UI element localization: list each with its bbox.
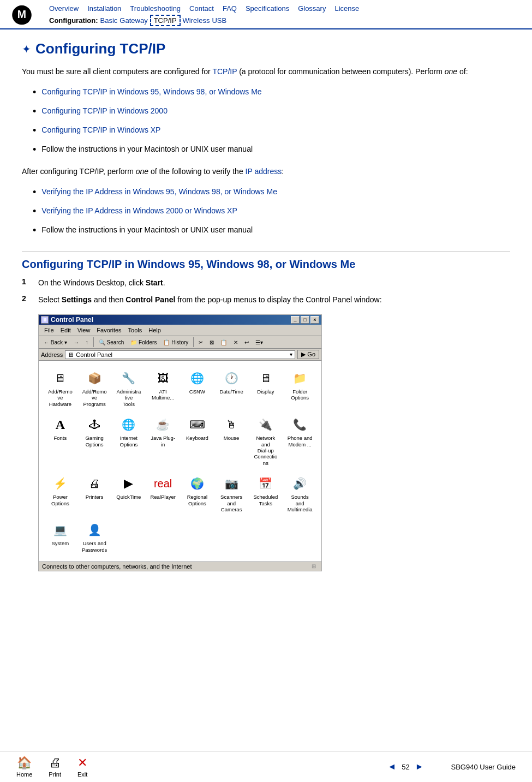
link-verify-win2000xp[interactable]: Verifying the IP Address in Windows 2000… bbox=[41, 205, 237, 217]
users-icon: 👤 bbox=[86, 521, 103, 539]
cp-icon-keyboard[interactable]: ⌨ Keyboard bbox=[182, 414, 212, 468]
up-button[interactable]: ↑ bbox=[83, 338, 91, 347]
link-win95-config[interactable]: Configuring TCP/IP in Windows 95, Window… bbox=[41, 86, 261, 98]
tab-tcpip-active[interactable]: TCP/IP bbox=[150, 15, 181, 26]
address-dropdown[interactable]: ▾ bbox=[290, 351, 292, 357]
cp-icon-mouse[interactable]: 🖱 Mouse bbox=[217, 414, 247, 468]
minimize-button[interactable]: _ bbox=[291, 316, 300, 324]
folders-button[interactable]: 📁 Folders bbox=[128, 338, 159, 347]
search-button[interactable]: 🔍 Search bbox=[96, 338, 127, 347]
undo-button[interactable]: ↩ bbox=[242, 338, 252, 347]
cp-icon-scanners[interactable]: 📷 Scanners andCameras bbox=[217, 473, 247, 515]
page-number: 52 bbox=[402, 763, 409, 771]
next-page-button[interactable]: ► bbox=[415, 762, 424, 772]
cut-button[interactable]: ✂ bbox=[196, 338, 206, 347]
history-button[interactable]: 📋 History bbox=[160, 338, 191, 347]
link-verify-win95[interactable]: Verifying the IP Address in Windows 95, … bbox=[41, 186, 277, 198]
add-remove-programs-label: Add/RemovePrograms bbox=[82, 389, 107, 407]
close-button[interactable]: × bbox=[310, 316, 319, 324]
cp-icon-ati[interactable]: 🖼 ATIMultime... bbox=[148, 367, 178, 409]
link-tcpip-intro[interactable]: TCP/IP bbox=[212, 67, 237, 76]
realplayer-label: RealPlayer bbox=[150, 494, 175, 500]
nav-installation[interactable]: Installation bbox=[87, 4, 121, 13]
cp-icon-printers[interactable]: 🖨 Printers bbox=[80, 473, 110, 515]
home-button[interactable]: 🏠 Home bbox=[16, 756, 32, 778]
datetime-label: Date/Time bbox=[219, 389, 243, 395]
cp-icon-scheduled[interactable]: 📅 ScheduledTasks bbox=[251, 473, 281, 515]
fonts-label: Fonts bbox=[53, 435, 67, 441]
users-label: Users andPasswords bbox=[82, 540, 107, 553]
add-remove-programs-icon: 📦 bbox=[86, 369, 103, 387]
menu-tools[interactable]: Tools bbox=[125, 326, 146, 335]
nav-glossary[interactable]: Glossary bbox=[298, 4, 326, 13]
link-ip-address[interactable]: IP address bbox=[246, 167, 282, 176]
menu-file[interactable]: File bbox=[41, 326, 57, 335]
power-icon: ⚡ bbox=[51, 475, 69, 492]
list-item: Configuring TCP/IP in Windows 95, Window… bbox=[33, 86, 510, 100]
realplayer-icon: real bbox=[154, 475, 172, 492]
delete-button[interactable]: ✕ bbox=[231, 338, 241, 347]
link-winxp-config[interactable]: Configuring TCP/IP in Windows XP bbox=[41, 124, 160, 136]
menu-favorites[interactable]: Favorites bbox=[93, 326, 124, 335]
cp-icon-internet-options[interactable]: 🌐 InternetOptions bbox=[114, 414, 144, 468]
win-titlebar-left: 🖥 Control Panel bbox=[41, 316, 93, 324]
win-controls: _ □ × bbox=[291, 316, 319, 324]
cp-icon-network[interactable]: 🔌 Network andDial-upConnections bbox=[251, 414, 281, 468]
top-navigation: M Overview Installation Troubleshooting … bbox=[0, 0, 532, 29]
cp-icon-add-remove-programs[interactable]: 📦 Add/RemovePrograms bbox=[80, 367, 110, 409]
sounds-icon: 🔊 bbox=[291, 475, 309, 492]
cp-icon-phone-modem[interactable]: 📞 Phone andModem ... bbox=[285, 414, 315, 468]
print-button[interactable]: 🖨 Print bbox=[49, 756, 61, 778]
guide-title: SBG940 User Guide bbox=[451, 763, 516, 771]
nav-faq[interactable]: FAQ bbox=[223, 4, 237, 13]
menu-help[interactable]: Help bbox=[145, 326, 164, 335]
views-button[interactable]: ☰▾ bbox=[253, 338, 266, 347]
cp-icon-administrative-tools[interactable]: 🔧 AdministrativeTools bbox=[114, 367, 144, 409]
cp-icon-folder-options[interactable]: 📁 FolderOptions bbox=[285, 367, 315, 409]
exit-button[interactable]: ✕ Exit bbox=[77, 756, 87, 778]
cp-icon-display[interactable]: 🖥 Display bbox=[251, 367, 281, 409]
fonts-icon: A bbox=[51, 416, 69, 433]
cp-icon-system[interactable]: 💻 System bbox=[45, 519, 75, 555]
cp-icon-java[interactable]: ☕ Java Plug-in bbox=[148, 414, 178, 468]
cp-icon-quicktime[interactable]: ▶ QuickTime bbox=[114, 473, 144, 515]
scheduled-icon: 📅 bbox=[257, 475, 274, 492]
back-button[interactable]: ← Back ▾ bbox=[41, 338, 70, 347]
go-button[interactable]: ▶ Go bbox=[297, 350, 319, 359]
cp-icon-power[interactable]: ⚡ PowerOptions bbox=[45, 473, 75, 515]
cp-icon-users[interactable]: 👤 Users andPasswords bbox=[80, 519, 110, 555]
win-menubar: File Edit View Favorites Tools Help bbox=[39, 325, 321, 336]
cp-icon-csnw[interactable]: 🌐 CSNW bbox=[182, 367, 212, 409]
resize-handle[interactable]: ⊞ bbox=[312, 563, 318, 570]
cp-icon-fonts[interactable]: A Fonts bbox=[45, 414, 75, 468]
win-toolbar: ← Back ▾ → ↑ 🔍 Search 📁 Folders 📋 Histor… bbox=[39, 336, 321, 349]
cp-icon-sounds[interactable]: 🔊 Sounds andMultimedia bbox=[285, 473, 315, 515]
tab-usb[interactable]: USB bbox=[212, 16, 226, 25]
nav-license[interactable]: License bbox=[334, 4, 359, 13]
cp-icon-datetime[interactable]: 🕐 Date/Time bbox=[217, 367, 247, 409]
nav-troubleshooting[interactable]: Troubleshooting bbox=[130, 4, 181, 13]
prev-page-button[interactable]: ◄ bbox=[387, 762, 396, 772]
cp-icon-add-remove-hardware[interactable]: 🖥 Add/RemoveHardware bbox=[45, 367, 75, 409]
tab-basic[interactable]: Basic bbox=[100, 16, 118, 25]
menu-edit[interactable]: Edit bbox=[57, 326, 74, 335]
paste-button[interactable]: 📋 bbox=[218, 338, 230, 347]
tab-gateway[interactable]: Gateway bbox=[119, 16, 147, 25]
nav-contact[interactable]: Contact bbox=[189, 4, 214, 13]
cp-icon-gaming[interactable]: 🕹 GamingOptions bbox=[80, 414, 110, 468]
ati-label: ATIMultime... bbox=[152, 389, 174, 401]
network-label: Network andDial-upConnections bbox=[253, 435, 279, 466]
nav-overview[interactable]: Overview bbox=[49, 4, 79, 13]
cp-icon-realplayer[interactable]: real RealPlayer bbox=[148, 473, 178, 515]
menu-view[interactable]: View bbox=[74, 326, 94, 335]
link-win2000-config[interactable]: Configuring TCP/IP in Windows 2000 bbox=[41, 105, 168, 117]
copy-button[interactable]: ⊠ bbox=[207, 338, 217, 347]
keyboard-label: Keyboard bbox=[186, 435, 208, 441]
forward-button[interactable]: → bbox=[71, 338, 82, 347]
maximize-button[interactable]: □ bbox=[301, 316, 309, 324]
tab-wireless[interactable]: Wireless bbox=[183, 16, 210, 25]
nav-specifications[interactable]: Specifications bbox=[246, 4, 289, 13]
after-paragraph: After configuring TCP/IP, perform one of… bbox=[22, 166, 510, 177]
address-input[interactable]: 🖥 Control Panel ▾ bbox=[65, 350, 295, 359]
cp-icon-regional[interactable]: 🌍 RegionalOptions bbox=[182, 473, 212, 515]
